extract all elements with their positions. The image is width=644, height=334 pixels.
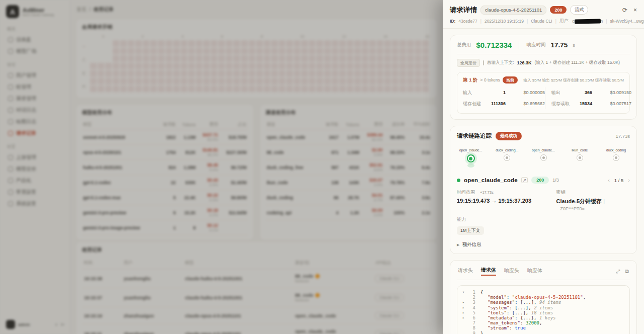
tier-cell-tokens: 366 (580, 90, 592, 95)
json-line-content: "messages": [...], 94 items (480, 300, 561, 305)
chevron-right-icon[interactable]: ▸ (462, 310, 467, 315)
trace-node-ring-icon (504, 154, 510, 161)
json-token-punc: : [...], (509, 305, 534, 310)
json-line: 2"model": "claude-opus-4-5-20251101", (462, 295, 624, 300)
json-line: ▾1{ (462, 290, 624, 295)
json-token-str: "claude-opus-4-5-20251101" (512, 295, 583, 300)
capability-value: 1M上下文 (457, 226, 484, 235)
json-line: 8"stream": true (462, 325, 624, 330)
chevron-right-icon[interactable]: › (628, 177, 630, 183)
trace-status-badge: 最终成功 (496, 132, 522, 140)
chevron-left-icon[interactable]: ‹ (608, 177, 610, 183)
line-number: 7 (467, 320, 475, 325)
json-token-punc: , (583, 295, 586, 300)
context-total: 126.3K (517, 60, 531, 65)
json-line-content: { (480, 290, 483, 295)
trace-node-glow (467, 163, 474, 168)
json-token-punc: : {...}, (515, 315, 539, 320)
trace-node-dot-icon (542, 156, 545, 159)
pricing-scope-badge: 全局定价 (457, 59, 480, 67)
trace-node[interactable]: duck_coding (602, 148, 630, 168)
tab-响应体[interactable]: 响应体 (527, 267, 542, 275)
client-name: Claude CLI (531, 19, 552, 24)
json-line-content: } (480, 331, 483, 334)
time-range-label: 时间范围 (457, 190, 475, 195)
trace-node-dot-icon (579, 156, 581, 159)
total-cost-label: 总费用 (457, 42, 471, 48)
trace-node-ring-icon (577, 154, 583, 161)
tier-cell-tokens: 1 (491, 90, 506, 95)
trace-duration: 17.73s (615, 133, 630, 139)
chevron-right-icon[interactable]: ▸ (462, 315, 467, 320)
cost-card: 总费用 $0.712334 响应时间 17.75 s 全局定价 总输入上下文: … (450, 35, 637, 120)
line-number: 1 (467, 290, 475, 295)
tab-请求头[interactable]: 请求头 (458, 267, 473, 275)
hop-status-badge: 200 (531, 177, 549, 184)
tier-cell-label: 输入 (463, 90, 487, 96)
json-line: ▸5"tools": [...], 18 items (462, 310, 624, 315)
trace-node-label: open_claude... (532, 148, 555, 152)
chevron-right-icon[interactable]: ▸ (462, 305, 467, 310)
line-number: 6 (467, 315, 475, 320)
trace-node-dot-icon (615, 156, 617, 159)
line-number: 3 (467, 300, 475, 305)
chevron-right-icon[interactable]: ▸ (462, 300, 467, 305)
external-link-icon[interactable]: ↗ (521, 177, 528, 183)
expand-icon[interactable]: ⤢ (616, 268, 620, 275)
triangle-right-icon: ▶ (457, 243, 459, 247)
tab-响应头[interactable]: 响应头 (504, 267, 519, 275)
tier-cell-label: 输出 (551, 90, 576, 96)
trace-node[interactable]: ikun_code (566, 148, 594, 168)
extra-info-toggle[interactable]: ▶ 额外信息 (457, 241, 630, 248)
tier-grid: 输入1$0.000005输出366$0.009150缓存创建111306$0.6… (463, 87, 624, 109)
username-redacted: cn (572, 19, 603, 24)
copy-icon[interactable]: ⧉ (625, 268, 629, 275)
refresh-icon[interactable]: ⟳ (622, 7, 627, 14)
json-token-key: "model" (488, 295, 507, 300)
context-summary: 全局定价 总输入上下文: 126.3K (输入 1 + 缓存创建 111.3K … (457, 59, 630, 67)
line-number: 8 (467, 325, 475, 330)
chevron-down-icon[interactable]: ▾ (462, 290, 467, 295)
tier-cell-price: $0.695662 (510, 101, 545, 106)
tier-current-badge: 当前 (503, 76, 518, 84)
json-token-punc: : (507, 295, 512, 300)
time-delta: +17.73s (480, 190, 494, 195)
key-id-masked: Z0F***PT0= (560, 206, 585, 211)
json-token-punc: : (520, 320, 526, 325)
json-token-key: "metadata" (488, 315, 515, 320)
json-token-bool: true (515, 325, 526, 330)
json-line: 7"max_tokens": 32000, (462, 320, 624, 325)
json-line-content: "tools": [...], 18 items (480, 310, 553, 315)
json-line-content: "model": "claude-opus-4-5-20251101", (480, 295, 586, 300)
trace-node-dot-icon (469, 157, 472, 160)
json-token-key: "system" (488, 305, 509, 310)
json-token-key: "tools" (488, 310, 507, 315)
request-meta: ID: 43cede77 | 2025/12/10 19:15:19 | Cla… (450, 18, 637, 24)
tier-cell-price: $0.000005 (510, 90, 545, 95)
panel-title: 请求详情 (450, 6, 477, 15)
trace-node-ring-icon (613, 154, 619, 161)
json-token-note: 2 items (534, 305, 553, 310)
close-icon[interactable]: × (633, 7, 637, 14)
total-cost-value: $0.712334 (476, 41, 512, 49)
key-field: 密钥 Claude-5分钟缓存 | Z0F***PT0= (556, 189, 630, 211)
json-token-key: "messages" (488, 300, 515, 305)
hop-header: open_claude_code ↗ 200 1/3 ‹ 1 / 5 › (457, 177, 630, 184)
tab-请求体[interactable]: 请求体 (481, 267, 496, 276)
capability-field: 能力 1M上下文 (457, 216, 556, 235)
tier-cell-tokens: 15034 (580, 101, 592, 106)
line-number: 4 (467, 305, 475, 310)
time-range-field: 时间范围+17.73s 19:15:19.473 → 19:15:37.203 (457, 189, 556, 211)
json-token-note: 94 items (539, 300, 561, 305)
status-badge: 200 (550, 6, 567, 14)
trace-node[interactable]: open_claude... (457, 148, 485, 168)
json-viewer[interactable]: ▾1{2"model": "claude-opus-4-5-20251101",… (457, 285, 630, 334)
trace-node[interactable]: open_claude... (529, 148, 557, 168)
json-token-num: 32000 (526, 320, 539, 325)
tier-cell-输入: 输入1$0.000005 (463, 87, 545, 98)
response-time-label: 响应时间 (526, 42, 545, 48)
api-key-masked: sk-WvzlSy4...uwgB (610, 19, 644, 24)
tier-cell-label: 缓存读取 (551, 101, 576, 107)
payload-card: 请求头请求体响应头响应体⤢⧉ ▾1{2"model": "claude-opus… (450, 260, 637, 334)
trace-node[interactable]: duck_coding... (493, 148, 521, 168)
